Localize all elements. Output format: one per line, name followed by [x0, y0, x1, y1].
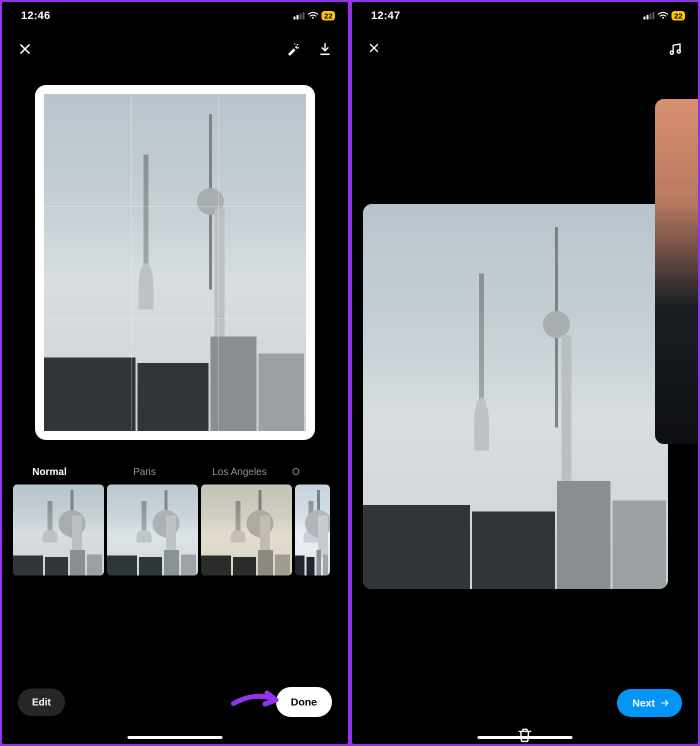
trash-icon[interactable] — [516, 726, 534, 744]
carousel-photo-next-peek[interactable] — [655, 99, 698, 444]
photo-preview-area — [2, 67, 348, 444]
close-icon[interactable] — [16, 40, 34, 58]
carousel-area[interactable] — [352, 67, 698, 711]
filter-label-paris[interactable]: Paris — [97, 466, 192, 478]
filter-label-normal[interactable]: Normal — [2, 466, 97, 478]
battery-indicator: 22 — [672, 11, 685, 20]
svg-point-0 — [296, 44, 298, 46]
status-time: 12:46 — [21, 9, 50, 22]
wifi-icon — [658, 12, 668, 20]
home-indicator[interactable] — [478, 736, 572, 739]
photo-frame[interactable] — [35, 85, 315, 440]
close-icon[interactable] — [366, 40, 384, 58]
next-button-label: Next — [632, 697, 655, 709]
top-bar — [2, 26, 348, 67]
home-indicator[interactable] — [128, 736, 222, 739]
filter-thumb-los-angeles[interactable] — [201, 484, 292, 576]
status-icons: 22 — [644, 11, 685, 20]
next-button[interactable]: Next — [617, 689, 682, 717]
filter-thumbnails[interactable] — [2, 484, 348, 576]
status-time: 12:47 — [371, 9, 400, 22]
cellular-signal-icon — [294, 12, 304, 20]
filter-thumb-partial[interactable] — [295, 484, 330, 576]
carousel-photo-current[interactable] — [363, 204, 668, 589]
status-bar: 12:46 22 — [2, 2, 348, 26]
svg-point-4 — [677, 50, 680, 53]
bottom-actions: Edit Done — [2, 687, 348, 717]
download-icon[interactable] — [316, 40, 334, 58]
filter-label-partial[interactable]: O — [287, 466, 312, 478]
photo-content — [363, 204, 668, 589]
top-bar — [352, 26, 698, 67]
battery-indicator: 22 — [322, 11, 335, 20]
filter-thumb-normal[interactable] — [13, 484, 104, 576]
filter-strip: Normal Paris Los Angeles O — [2, 444, 348, 576]
right-screenshot: 12:47 22 — [352, 2, 698, 744]
arrow-right-icon — [660, 698, 670, 708]
cellular-signal-icon — [644, 12, 654, 20]
magic-wand-icon[interactable] — [284, 40, 302, 58]
photo-content — [44, 94, 306, 431]
status-bar: 12:47 22 — [352, 2, 698, 26]
edit-button[interactable]: Edit — [18, 688, 65, 716]
filter-thumb-paris[interactable] — [107, 484, 198, 576]
svg-point-1 — [298, 47, 300, 48]
done-button[interactable]: Done — [276, 687, 332, 717]
left-screenshot: 12:46 22 — [2, 2, 348, 744]
svg-point-2 — [294, 44, 296, 45]
music-icon[interactable] — [666, 40, 684, 58]
filter-label-los-angeles[interactable]: Los Angeles — [192, 466, 287, 478]
status-icons: 22 — [294, 11, 335, 20]
svg-point-3 — [670, 51, 674, 54]
wifi-icon — [308, 12, 318, 20]
